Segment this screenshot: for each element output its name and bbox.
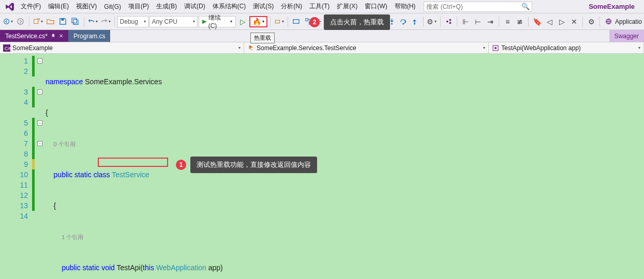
toolbar: Debug Any CPU ▶继续(C)▾ ▷ 🔥▾ 热重载 ⚙ ⊩ ⊢ ⇥ ≡… [0,13,644,30]
attach-button[interactable] [273,16,285,28]
tab-swagger[interactable]: Swagger [609,30,644,42]
svg-point-21 [495,47,497,49]
app-icon[interactable] [603,16,614,28]
bookmark-button[interactable]: 🔖 [531,16,543,28]
redo-button[interactable] [100,16,112,28]
save-button[interactable] [57,16,69,28]
menu-git[interactable]: Git(G) [101,2,124,12]
svg-point-1 [18,19,23,24]
fold-icon[interactable]: − [37,58,42,64]
menu-debug[interactable]: 调试(D) [181,1,208,12]
open-button[interactable] [45,16,56,28]
step-over-button[interactable] [398,16,409,28]
tab-program[interactable]: Program.cs [68,30,110,42]
uncomment-button[interactable]: ≢ [514,16,526,28]
menu-help[interactable]: 帮助(H) [392,1,419,12]
svg-point-12 [402,23,404,25]
step-out-button[interactable] [409,16,421,28]
play-icon: ▶ [202,18,206,25]
indent-button[interactable]: ⇥ [485,16,496,28]
search-icon: 🔍 [521,3,530,10]
close-icon[interactable]: ✕ [59,33,63,39]
menu-window[interactable]: 窗口(W) [362,1,390,12]
svg-point-15 [449,19,451,21]
menu-view[interactable]: 视图(V) [73,1,100,12]
tab-inactive-label: Program.cs [73,33,105,40]
bookmark-prev-button[interactable]: ◁ [544,16,555,28]
class-icon [247,44,254,52]
svg-rect-2 [34,19,38,23]
nav-class[interactable]: SomeExample.Services.TestService [244,42,489,53]
nav-method[interactable]: TestApi(WebApplication app) [489,42,644,53]
new-project-button[interactable] [32,16,44,28]
nav-method-label: TestApi(WebApplication app) [501,44,581,52]
menu-build[interactable]: 生成(B) [153,1,180,12]
back-button[interactable] [2,16,14,28]
align-right-button[interactable]: ⊢ [472,16,484,28]
highlight-box-return [98,158,168,167]
align-left-button[interactable]: ⊩ [460,16,471,28]
platform-dropdown[interactable]: Any CPU [149,16,198,27]
callout-1-badge: 1 [176,160,186,170]
tab-testservice[interactable]: TestService.cs* ✕ [0,30,68,42]
callout-1: 1 测试热重载功能，直接修改返回值内容 [176,157,317,173]
menu-edit[interactable]: 编辑(E) [45,1,72,12]
app-label: Applicatio [615,18,642,25]
code-editor[interactable]: 1234567891011121314 −−−− namespace SomeE… [0,54,644,279]
continue-button[interactable]: ▶继续(C)▾ [199,16,236,27]
fold-icon[interactable]: − [37,89,42,95]
code-content[interactable]: namespace SomeExample.Services { 0 个引用 p… [44,54,644,279]
nav-project[interactable]: C# SomeExample [0,42,244,53]
nav-project-label: SomeExample [12,44,53,52]
search-input[interactable] [426,3,521,10]
callout-2: 2 点击火苗，热重载 [309,14,390,30]
menu-analyze[interactable]: 分析(N) [278,1,305,12]
flame-icon: 🔥 [252,18,261,26]
fold-column[interactable]: −−−− [35,54,44,279]
live-share-button[interactable] [443,16,454,28]
svg-rect-3 [62,19,64,21]
menubar: 文件(F) 编辑(E) 视图(V) Git(G) 项目(P) 生成(B) 调试(… [0,0,644,13]
pin-icon[interactable] [51,33,56,40]
svg-rect-6 [306,19,308,21]
menu-file[interactable]: 文件(F) [18,1,44,12]
vs-logo-icon [3,0,17,13]
menu-project[interactable]: 项目(P) [125,1,152,12]
solution-name: SomeExample [582,3,641,10]
breakpoints-button[interactable]: ⚙ [426,16,438,28]
csharp-project-icon: C# [3,44,10,52]
svg-point-0 [4,19,9,24]
svg-point-14 [446,21,448,23]
search-box[interactable]: 🔍 [424,2,532,12]
save-all-button[interactable] [70,16,81,28]
menu-extensions[interactable]: 扩展(X) [334,1,361,12]
method-icon [492,44,499,52]
menu-architecture[interactable]: 体系结构(C) [209,1,249,12]
svg-point-16 [449,22,451,24]
menu-test[interactable]: 测试(S) [250,1,277,12]
callout-1-text: 测试热重载功能，直接修改返回值内容 [190,157,317,173]
callout-2-text: 点击火苗，热重载 [324,14,390,30]
fold-icon[interactable]: − [37,141,42,146]
settings-button[interactable]: ⚙ [586,16,597,28]
tab-active-label: TestService.cs* [5,33,48,40]
comment-button[interactable]: ≡ [502,16,513,28]
forward-button[interactable] [15,16,26,28]
fold-icon[interactable]: − [37,120,42,126]
hot-reload-tooltip: 热重载 [250,33,275,43]
nav-bar: C# SomeExample SomeExample.Services.Test… [0,42,644,54]
svg-rect-4 [275,20,279,23]
process-button[interactable] [291,16,302,28]
line-numbers: 1234567891011121314 [0,54,32,279]
config-dropdown[interactable]: Debug [117,16,148,27]
svg-text:C#: C# [5,46,10,51]
hot-reload-button[interactable]: 🔥▾ 热重载 [249,16,267,27]
undo-button[interactable] [87,16,99,28]
continue-label: 继续(C) [208,13,226,29]
play-noattach-button[interactable]: ▷ [237,16,248,28]
svg-point-13 [414,23,415,25]
bookmark-next-button[interactable]: ▷ [556,16,567,28]
bookmark-clear-button[interactable]: ✕ [568,16,580,28]
menu-tools[interactable]: 工具(T) [306,1,333,12]
svg-point-11 [391,23,393,25]
